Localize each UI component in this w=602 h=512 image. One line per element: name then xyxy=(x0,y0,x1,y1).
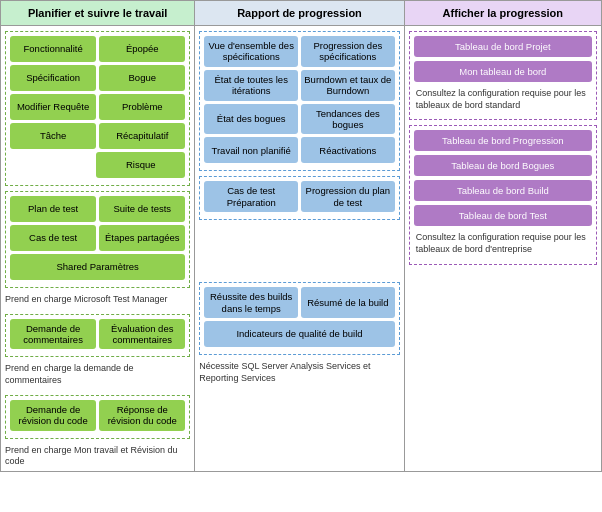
col2-row4: Travail non planifié Réactivations xyxy=(204,137,394,163)
btn-travail-non-planifie[interactable]: Travail non planifié xyxy=(204,137,298,163)
btn-mon-tableau[interactable]: Mon tableau de bord xyxy=(414,61,592,82)
btn-tableau-projet[interactable]: Tableau de bord Projet xyxy=(414,36,592,57)
btn-demande-revision[interactable]: Demande de révision du code xyxy=(10,400,96,431)
row-test1: Plan de test Suite de tests xyxy=(10,196,185,222)
btn-etat-bogues[interactable]: État des bogues xyxy=(204,104,298,135)
row-5: Risque xyxy=(10,152,185,178)
col1: Planifier et suivre le travail Fonctionn… xyxy=(1,1,195,471)
col2-section1: Vue d'ensemble des spécifications Progre… xyxy=(199,31,399,171)
main-container: Planifier et suivre le travail Fonctionn… xyxy=(0,0,602,472)
col1-section3: Demande de commentaires Évaluation des c… xyxy=(5,314,190,358)
row-1: Fonctionnalité Épopée xyxy=(10,36,185,62)
btn-reactivations[interactable]: Réactivations xyxy=(301,137,395,163)
col2-section2: Cas de test Préparation Progression du p… xyxy=(199,176,399,220)
col2-row1: Vue d'ensemble des spécifications Progre… xyxy=(204,36,394,67)
col3-header: Afficher la progression xyxy=(405,1,601,26)
col1-section4-note: Prend en charge Mon travail et Révision … xyxy=(1,444,194,471)
btn-tableau-build[interactable]: Tableau de bord Build xyxy=(414,180,592,201)
col2-build-row1: Réussite des builds dans le temps Résumé… xyxy=(204,287,394,318)
btn-burndown[interactable]: Burndown et taux de Burndown xyxy=(301,70,395,101)
btn-progression-specs[interactable]: Progression des spécifications xyxy=(301,36,395,67)
btn-modifier-requete[interactable]: Modifier Requête xyxy=(10,94,96,120)
btn-cas-test[interactable]: Cas de test xyxy=(10,225,96,251)
btn-tendances-bogues[interactable]: Tendances des bogues xyxy=(301,104,395,135)
row-code-review: Demande de révision du code Réponse de r… xyxy=(10,400,185,431)
col1-section2-note: Prend en charge Microsoft Test Manager xyxy=(1,293,194,309)
btn-cas-test-prep[interactable]: Cas de test Préparation xyxy=(204,181,298,212)
row-feedback: Demande de commentaires Évaluation des c… xyxy=(10,319,185,350)
btn-indicateurs-qualite[interactable]: Indicateurs de qualité de build xyxy=(204,321,394,347)
btn-etat-iterations[interactable]: État de toutes les itérations xyxy=(204,70,298,101)
col1-section1: Fonctionnalité Épopée Spécification Bogu… xyxy=(5,31,190,186)
row-test3: Shared Paramètres xyxy=(10,254,185,280)
btn-epopee[interactable]: Épopée xyxy=(99,36,185,62)
btn-reponse-revision[interactable]: Réponse de révision du code xyxy=(99,400,185,431)
btn-tableau-test[interactable]: Tableau de bord Test xyxy=(414,205,592,226)
col2-section3-note: Nécessite SQL Server Analysis Services e… xyxy=(195,360,403,387)
btn-plan-test[interactable]: Plan de test xyxy=(10,196,96,222)
col1-section3-note: Prend en charge la demande de commentair… xyxy=(1,362,194,389)
col1-section2: Plan de test Suite de tests Cas de test … xyxy=(5,191,190,288)
col2-section3: Réussite des builds dans le temps Résumé… xyxy=(199,282,399,355)
col3-section1: Tableau de bord Projet Mon tableau de bo… xyxy=(409,31,597,120)
btn-demande-commentaires[interactable]: Demande de commentaires xyxy=(10,319,96,350)
col1-section4: Demande de révision du code Réponse de r… xyxy=(5,395,190,439)
btn-tableau-bogues[interactable]: Tableau de bord Bogues xyxy=(414,155,592,176)
col2-row3: État des bogues Tendances des bogues xyxy=(204,104,394,135)
btn-suite-tests[interactable]: Suite de tests xyxy=(99,196,185,222)
btn-probleme[interactable]: Problème xyxy=(99,94,185,120)
col3: Afficher la progression Tableau de bord … xyxy=(405,1,601,471)
col2-build-row2: Indicateurs de qualité de build xyxy=(204,321,394,347)
row-2: Spécification Bogue xyxy=(10,65,185,91)
btn-fonctionnalite[interactable]: Fonctionnalité xyxy=(10,36,96,62)
col3-note1: Consultez la configuration requise pour … xyxy=(414,86,592,115)
btn-etapes-partagees[interactable]: Étapes partagées xyxy=(99,225,185,251)
btn-shared-params[interactable]: Shared Paramètres xyxy=(10,254,185,280)
col2-header: Rapport de progression xyxy=(195,1,403,26)
btn-bogue[interactable]: Bogue xyxy=(99,65,185,91)
btn-tache[interactable]: Tâche xyxy=(10,123,96,149)
col3-note2: Consultez la configuration requise pour … xyxy=(414,230,592,259)
row-3: Modifier Requête Problème xyxy=(10,94,185,120)
row-4: Tâche Récapitulatif xyxy=(10,123,185,149)
row-test2: Cas de test Étapes partagées xyxy=(10,225,185,251)
col2-row2: État de toutes les itérations Burndown e… xyxy=(204,70,394,101)
col3-section2: Tableau de bord Progression Tableau de b… xyxy=(409,125,597,264)
col1-header: Planifier et suivre le travail xyxy=(1,1,194,26)
btn-vue-ensemble[interactable]: Vue d'ensemble des spécifications xyxy=(204,36,298,67)
btn-eval-commentaires[interactable]: Évaluation des commentaires xyxy=(99,319,185,350)
col2-test-row: Cas de test Préparation Progression du p… xyxy=(204,181,394,212)
btn-recapitulatif[interactable]: Récapitulatif xyxy=(99,123,185,149)
btn-reussite-builds[interactable]: Réussite des builds dans le temps xyxy=(204,287,298,318)
col2: Rapport de progression Vue d'ensemble de… xyxy=(195,1,404,471)
btn-resume-build[interactable]: Résumé de la build xyxy=(301,287,395,318)
btn-specification[interactable]: Spécification xyxy=(10,65,96,91)
btn-risque[interactable]: Risque xyxy=(96,152,185,178)
btn-tableau-progression[interactable]: Tableau de bord Progression xyxy=(414,130,592,151)
btn-progression-plan[interactable]: Progression du plan de test xyxy=(301,181,395,212)
